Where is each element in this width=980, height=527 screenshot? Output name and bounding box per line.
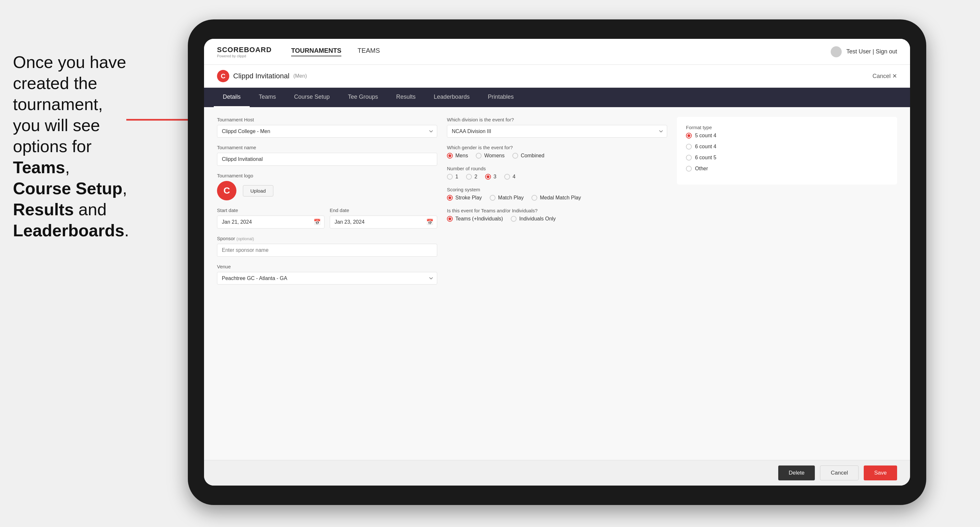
tournament-name: Clippd Invitational	[233, 72, 290, 80]
format-6count4-radio[interactable]	[686, 144, 692, 149]
venue-group: Venue Peachtree GC - Atlanta - GA	[217, 264, 437, 284]
gender-mens[interactable]: Mens	[447, 153, 468, 159]
scoring-radio-group: Stroke Play Match Play Medal Match Play	[447, 195, 667, 201]
cancel-tournament-link[interactable]: Cancel ✕	[872, 73, 897, 79]
scoring-stroke-radio[interactable]	[447, 195, 453, 201]
logo-circle: C	[217, 181, 236, 200]
start-date-input[interactable]	[217, 216, 325, 229]
format-5count4-radio[interactable]	[686, 133, 692, 138]
tournament-host-select[interactable]: Clippd College - Men	[217, 125, 437, 138]
start-date-group: Start date 📅	[217, 208, 325, 229]
rounds-1-radio[interactable]	[447, 174, 453, 179]
format-6count5-radio[interactable]	[686, 155, 692, 160]
gender-radio-group: Mens Womens Combined	[447, 153, 667, 159]
tournament-tag: (Men)	[293, 73, 307, 79]
rounds-2[interactable]: 2	[466, 174, 477, 179]
tab-tee-groups[interactable]: Tee Groups	[339, 88, 387, 107]
teams-individuals-group: Is this event for Teams and/or Individua…	[447, 208, 667, 222]
tab-details[interactable]: Details	[214, 88, 250, 107]
format-6count4[interactable]: 6 count 4	[686, 144, 888, 149]
format-other-radio[interactable]	[686, 166, 692, 171]
tab-teams[interactable]: Teams	[250, 88, 285, 107]
tournament-title: C Clippd Invitational (Men)	[217, 70, 307, 82]
left-column: Tournament Host Clippd College - Men Tou…	[217, 117, 437, 292]
tab-results[interactable]: Results	[387, 88, 425, 107]
start-date-label: Start date	[217, 208, 325, 213]
tournament-logo-group: Tournament logo C Upload	[217, 173, 437, 200]
tab-bar: Details Teams Course Setup Tee Groups Re…	[204, 88, 910, 107]
gender-womens[interactable]: Womens	[476, 153, 504, 159]
gender-womens-radio[interactable]	[476, 153, 482, 159]
rounds-4-radio[interactable]	[504, 174, 510, 179]
scoring-medal-radio[interactable]	[531, 195, 537, 201]
logo-sub: Powered by clippd	[217, 54, 272, 58]
cancel-button[interactable]: Cancel	[820, 465, 859, 480]
scoring-match-radio[interactable]	[490, 195, 495, 201]
format-6count5[interactable]: 6 count 5	[686, 155, 888, 160]
gender-label: Which gender is the event for?	[447, 145, 667, 150]
gender-mens-radio[interactable]	[447, 153, 453, 159]
tournament-name-group: Tournament name	[217, 145, 437, 166]
tab-leaderboards[interactable]: Leaderboards	[425, 88, 479, 107]
rounds-1[interactable]: 1	[447, 174, 458, 179]
tab-printables[interactable]: Printables	[479, 88, 523, 107]
division-select[interactable]: NCAA Division III	[447, 125, 667, 138]
gender-combined-radio[interactable]	[512, 153, 518, 159]
dates-row: Start date 📅 End date 📅	[217, 208, 437, 236]
tournament-header: C Clippd Invitational (Men) Cancel ✕	[204, 65, 910, 88]
format-label: Format type	[686, 125, 888, 130]
nav-tournaments[interactable]: TOURNAMENTS	[291, 47, 341, 56]
user-avatar	[831, 46, 842, 57]
division-group: Which division is the event for? NCAA Di…	[447, 117, 667, 138]
user-label[interactable]: Test User | Sign out	[846, 48, 897, 55]
form-layout: Tournament Host Clippd College - Men Tou…	[217, 117, 897, 292]
end-date-icon: 📅	[426, 219, 433, 225]
upload-button[interactable]: Upload	[243, 185, 273, 197]
sponsor-label: Sponsor (optional)	[217, 236, 437, 241]
logo-upload-area: C Upload	[217, 181, 437, 200]
gender-combined[interactable]: Combined	[512, 153, 544, 159]
gender-group: Which gender is the event for? Mens Wome…	[447, 145, 667, 159]
annotation-text: Once you have created the tournament, yo…	[0, 39, 172, 254]
sponsor-input[interactable]	[217, 244, 437, 257]
tournament-host-label: Tournament Host	[217, 117, 437, 122]
main-content: Tournament Host Clippd College - Men Tou…	[204, 107, 910, 460]
top-nav: SCOREBOARD Powered by clippd TOURNAMENTS…	[204, 39, 910, 65]
tournament-logo-label: Tournament logo	[217, 173, 437, 178]
tablet-frame: SCOREBOARD Powered by clippd TOURNAMENTS…	[188, 19, 926, 505]
rounds-group: Number of rounds 1 2	[447, 166, 667, 179]
tournament-host-group: Tournament Host Clippd College - Men	[217, 117, 437, 138]
scoring-medal[interactable]: Medal Match Play	[531, 195, 581, 201]
end-date-label: End date	[330, 208, 437, 213]
nav-links: TOURNAMENTS TEAMS	[291, 47, 831, 56]
rounds-radio-group: 1 2 3 4	[447, 174, 667, 179]
rounds-2-radio[interactable]	[466, 174, 472, 179]
save-button[interactable]: Save	[864, 465, 897, 480]
rounds-4[interactable]: 4	[504, 174, 515, 179]
end-date-input[interactable]	[330, 216, 437, 229]
start-date-icon: 📅	[313, 219, 321, 225]
tournament-name-input[interactable]	[217, 153, 437, 166]
division-label: Which division is the event for?	[447, 117, 667, 122]
nav-teams[interactable]: TEAMS	[358, 47, 380, 56]
rounds-3[interactable]: 3	[485, 174, 496, 179]
individuals-only-radio[interactable]	[511, 216, 517, 222]
user-area: Test User | Sign out	[831, 46, 897, 57]
scoring-match[interactable]: Match Play	[490, 195, 524, 201]
venue-select[interactable]: Peachtree GC - Atlanta - GA	[217, 272, 437, 284]
rounds-3-radio[interactable]	[485, 174, 491, 179]
logo-area: SCOREBOARD Powered by clippd	[217, 46, 272, 58]
format-other[interactable]: Other	[686, 166, 888, 171]
teams-plus-individuals[interactable]: Teams (+Individuals)	[447, 216, 503, 222]
logo-text: SCOREBOARD	[217, 46, 272, 54]
venue-label: Venue	[217, 264, 437, 269]
delete-button[interactable]: Delete	[778, 465, 815, 480]
format-5count4[interactable]: 5 count 4	[686, 133, 888, 138]
end-date-wrap: 📅	[330, 216, 437, 229]
scoring-stroke[interactable]: Stroke Play	[447, 195, 482, 201]
sponsor-group: Sponsor (optional)	[217, 236, 437, 257]
scoring-group: Scoring system Stroke Play Match Play	[447, 187, 667, 201]
tab-course-setup[interactable]: Course Setup	[285, 88, 339, 107]
teams-plus-radio[interactable]	[447, 216, 453, 222]
individuals-only[interactable]: Individuals Only	[511, 216, 556, 222]
